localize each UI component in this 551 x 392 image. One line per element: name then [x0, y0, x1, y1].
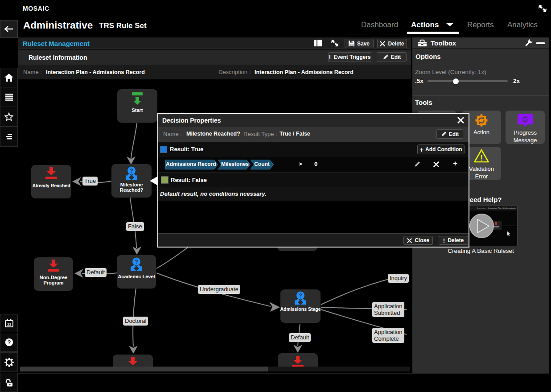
svg-text:!: ! [480, 154, 482, 162]
svg-text:22: 22 [7, 322, 11, 326]
svg-text:?: ? [7, 339, 11, 346]
